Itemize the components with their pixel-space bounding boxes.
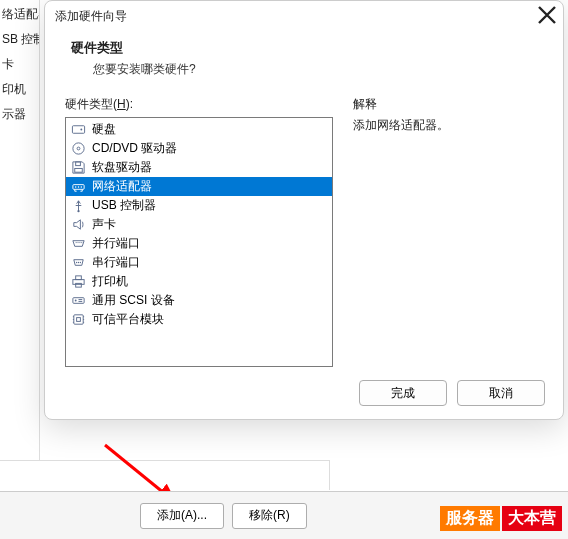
bg-sidebar-item[interactable]: 卡 [0, 52, 39, 77]
list-item[interactable]: 串行端口 [66, 253, 332, 272]
svg-point-13 [79, 262, 80, 263]
svg-rect-5 [74, 168, 82, 172]
svg-point-12 [77, 262, 78, 263]
svg-rect-17 [72, 298, 83, 304]
list-item[interactable]: USB 控制器 [66, 196, 332, 215]
dialog-titlebar: 添加硬件向导 [45, 1, 563, 31]
remove-button[interactable]: 移除(R) [232, 503, 307, 529]
list-item[interactable]: 软盘驱动器 [66, 158, 332, 177]
background-panel-edge [0, 460, 330, 490]
dialog-header-title: 硬件类型 [71, 39, 537, 57]
cancel-button[interactable]: 取消 [457, 380, 545, 406]
explanation-label: 解释 [353, 96, 543, 113]
svg-point-11 [75, 262, 76, 263]
list-item-label: 声卡 [92, 216, 116, 233]
svg-point-8 [77, 186, 79, 188]
svg-point-2 [72, 143, 83, 154]
dialog-header: 硬件类型 您要安装哪类硬件? [45, 31, 563, 90]
list-item[interactable]: 声卡 [66, 215, 332, 234]
list-item-label: 网络适配器 [92, 178, 152, 195]
list-item[interactable]: 打印机 [66, 272, 332, 291]
list-item[interactable]: 网络适配器 [66, 177, 332, 196]
floppy-icon [70, 160, 86, 176]
list-item[interactable]: 并行端口 [66, 234, 332, 253]
hardware-type-column: 硬件类型(H): 硬盘CD/DVD 驱动器软盘驱动器网络适配器USB 控制器声卡… [65, 96, 333, 367]
svg-rect-4 [75, 162, 80, 166]
dialog-body: 硬件类型(H): 硬盘CD/DVD 驱动器软盘驱动器网络适配器USB 控制器声卡… [45, 90, 563, 367]
svg-rect-0 [72, 126, 84, 134]
serial-icon [70, 255, 86, 271]
bg-sidebar-item[interactable]: 印机 [0, 77, 39, 102]
list-item-label: 可信平台模块 [92, 311, 164, 328]
add-hardware-wizard-dialog: 添加硬件向导 硬件类型 您要安装哪类硬件? 硬件类型(H): 硬盘CD/DVD … [44, 0, 564, 420]
explanation-column: 解释 添加网络适配器。 [353, 96, 543, 367]
svg-rect-20 [76, 318, 80, 322]
parallel-icon [70, 236, 86, 252]
svg-point-3 [77, 147, 80, 150]
add-button[interactable]: 添加(A)... [140, 503, 224, 529]
usb-icon [70, 198, 86, 214]
cd-icon [70, 141, 86, 157]
network-icon [70, 179, 86, 195]
close-button[interactable] [537, 5, 557, 25]
svg-point-7 [74, 186, 76, 188]
watermark-part-a: 服务器 [440, 506, 500, 531]
explanation-text: 添加网络适配器。 [353, 117, 543, 134]
disk-icon [70, 122, 86, 138]
list-item-label: USB 控制器 [92, 197, 156, 214]
dialog-footer: 完成 取消 [45, 367, 563, 419]
list-item[interactable]: 硬盘 [66, 120, 332, 139]
svg-point-18 [74, 300, 76, 302]
list-item[interactable]: 可信平台模块 [66, 310, 332, 329]
list-item-label: 并行端口 [92, 235, 140, 252]
hardware-type-listbox[interactable]: 硬盘CD/DVD 驱动器软盘驱动器网络适配器USB 控制器声卡并行端口串行端口打… [65, 117, 333, 367]
list-item-label: 串行端口 [92, 254, 140, 271]
finish-button[interactable]: 完成 [359, 380, 447, 406]
scsi-icon [70, 293, 86, 309]
watermark-part-b: 大本营 [502, 506, 562, 531]
list-item[interactable]: 通用 SCSI 设备 [66, 291, 332, 310]
list-item-label: CD/DVD 驱动器 [92, 140, 177, 157]
list-item-label: 硬盘 [92, 121, 116, 138]
printer-icon [70, 274, 86, 290]
list-item-label: 打印机 [92, 273, 128, 290]
list-item[interactable]: CD/DVD 驱动器 [66, 139, 332, 158]
hardware-type-label: 硬件类型(H): [65, 96, 333, 113]
watermark: 服务器 大本营 [440, 506, 562, 531]
svg-point-10 [77, 210, 79, 212]
list-item-label: 通用 SCSI 设备 [92, 292, 175, 309]
svg-rect-15 [75, 276, 81, 280]
svg-point-1 [80, 129, 82, 131]
bg-sidebar-item[interactable]: 示器 [0, 102, 39, 127]
dialog-title: 添加硬件向导 [55, 8, 127, 25]
background-sidebar: 络适配器 SB 控制器 卡 印机 示器 [0, 0, 40, 460]
bg-sidebar-item[interactable]: 络适配器 [0, 2, 39, 27]
svg-point-9 [80, 186, 82, 188]
tpm-icon [70, 312, 86, 328]
sound-icon [70, 217, 86, 233]
close-icon [537, 5, 557, 25]
dialog-header-subtitle: 您要安装哪类硬件? [71, 61, 537, 78]
svg-rect-19 [73, 315, 82, 324]
bg-sidebar-item[interactable]: SB 控制器 [0, 27, 39, 52]
list-item-label: 软盘驱动器 [92, 159, 152, 176]
